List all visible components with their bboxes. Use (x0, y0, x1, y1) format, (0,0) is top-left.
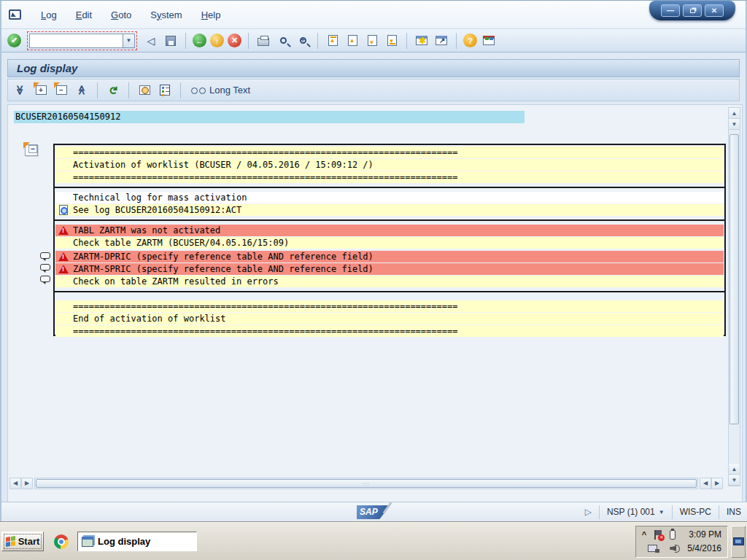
messages-icon[interactable] (136, 82, 152, 98)
exit-icon[interactable]: ↑ (210, 34, 224, 47)
close-button[interactable]: ✕ (705, 4, 724, 17)
enter-check-icon[interactable]: ✔ (7, 34, 21, 47)
scroll-up-icon[interactable]: ▲ (729, 464, 740, 475)
log-box: ========================================… (53, 144, 726, 336)
previous-page-icon[interactable]: ▲ (344, 33, 360, 49)
menu-help[interactable]: Help (192, 7, 231, 23)
help-icon[interactable]: ? (463, 34, 477, 47)
command-field: ▼ (29, 34, 135, 48)
minimize-button[interactable]: — (661, 4, 680, 17)
log-row[interactable]: Check table ZARTM (BCUSER/04.05.16/15:09… (55, 237, 724, 249)
desktop-monitor-icon (733, 537, 744, 545)
windows-logo-icon (6, 536, 15, 547)
section-divider (55, 187, 724, 188)
horizontal-scroll-track[interactable]: ::: (34, 478, 698, 489)
session-menu-icon[interactable] (9, 9, 21, 20)
log-row[interactable]: ZARTM-SPRIC (specify reference table AND… (55, 263, 724, 275)
log-row[interactable]: Activation of worklist (BCUSER / 04.05.2… (55, 159, 724, 171)
log-row[interactable]: ZARTM-DPRIC (specify reference table AND… (55, 251, 724, 262)
restore-button[interactable] (683, 4, 702, 17)
find-icon[interactable] (275, 33, 291, 49)
refresh-icon[interactable]: ↻ (105, 82, 121, 98)
back-icon[interactable]: ← (193, 34, 206, 47)
toolbar-separator (317, 33, 318, 49)
vertical-scrollbar[interactable]: ▲ ▼ ▲ ▼ (728, 107, 740, 486)
status-bar: SAP ▷ NSP (1) 001▼ WIS-PC INS (1, 502, 747, 522)
log-row[interactable]: ========================================… (55, 300, 724, 312)
hide-command-field-icon[interactable]: ◁ (143, 33, 159, 49)
see-log-icon[interactable] (55, 205, 71, 215)
toolbar-separator (248, 33, 249, 49)
menu-bar: Log Edit Goto System Help — ✕ (1, 1, 746, 28)
command-combo-dropdown-icon[interactable]: ▼ (123, 34, 135, 48)
start-button[interactable]: Start (1, 532, 44, 551)
log-row[interactable]: End of activation of worklist (55, 313, 724, 324)
expand-all-icon[interactable]: ≫ (12, 82, 28, 98)
long-text-button[interactable]: Long Text (188, 83, 253, 97)
status-expand-button[interactable]: ▷ (578, 505, 599, 519)
note-bubble-icon[interactable] (40, 264, 50, 271)
next-page-icon[interactable]: ▼ (364, 33, 380, 49)
collapse-subtree-icon[interactable]: − (53, 82, 69, 98)
collapse-node-icon[interactable] (25, 144, 38, 156)
action-center-flag-icon[interactable] (654, 530, 662, 540)
scroll-up-icon[interactable]: ▲ (729, 108, 740, 119)
customize-layout-icon[interactable] (481, 33, 497, 49)
host-field: WIS-PC (672, 505, 719, 519)
long-text-label: Long Text (209, 85, 250, 96)
find-next-icon[interactable] (295, 33, 311, 49)
scroll-down-icon[interactable]: ▼ (729, 119, 740, 130)
speaker-icon[interactable] (670, 544, 680, 553)
sap-gui-window: Log Edit Goto System Help — ✕ ✔ ▼ ◁ ← ↑ … (0, 0, 747, 522)
cancel-icon[interactable]: ✕ (228, 34, 241, 47)
log-row[interactable]: Technical log for mass activation (55, 192, 724, 203)
log-row[interactable]: Check on table ZARTM resulted in errors (55, 276, 724, 287)
toolbar-separator (456, 33, 457, 49)
chevron-down-icon: ▼ (659, 509, 665, 516)
log-row[interactable]: TABL ZARTM was not activated (55, 225, 724, 236)
vertical-scroll-thumb[interactable] (729, 134, 739, 424)
log-selected-header[interactable]: BCUSER20160504150912 (14, 111, 525, 123)
standard-toolbar: ✔ ▼ ◁ ← ↑ ✕ ▲ ▲ ▼ ▼ ✱ ↗ ? (1, 28, 746, 52)
collapse-all-icon[interactable]: ≫ (74, 82, 90, 98)
menu-edit[interactable]: Edit (66, 7, 101, 23)
legend-icon[interactable] (157, 82, 173, 98)
save-icon[interactable] (163, 33, 179, 49)
create-shortcut-icon[interactable]: ↗ (433, 33, 449, 49)
note-bubble-icon[interactable] (40, 252, 50, 259)
system-field[interactable]: NSP (1) 001▼ (599, 505, 672, 519)
menu-goto[interactable]: Goto (101, 7, 141, 23)
scroll-down-icon[interactable]: ▼ (729, 475, 740, 486)
log-row[interactable]: ========================================… (55, 171, 724, 183)
log-row[interactable]: See log BCUSER20160504150912:ACT (55, 204, 724, 216)
last-page-icon[interactable]: ▼ (384, 33, 400, 49)
horizontal-scrollbar[interactable]: ◀ ▶ ::: ◀ ▶ (9, 477, 723, 489)
first-page-icon[interactable]: ▲ (325, 33, 341, 49)
tray-expand-icon[interactable]: ^ (642, 530, 646, 539)
insert-mode-field: INS (719, 505, 747, 519)
new-session-icon[interactable]: ✱ (414, 33, 430, 49)
log-row[interactable]: ========================================… (55, 147, 724, 158)
scroll-right-icon[interactable]: ▶ (711, 478, 723, 489)
note-bubble-icon[interactable] (40, 276, 50, 282)
taskbar-task-log-display[interactable]: Log display (77, 532, 197, 551)
command-input[interactable] (29, 34, 123, 48)
scroll-left-icon[interactable]: ◀ (700, 478, 711, 489)
horizontal-scroll-thumb[interactable]: ::: (36, 479, 697, 488)
system-tray: ^ 3:09 PM 5/4/2016 (635, 526, 728, 558)
tray-time[interactable]: 3:09 PM (687, 529, 721, 540)
tray-date[interactable]: 5/4/2016 (687, 543, 721, 553)
show-desktop-button[interactable] (731, 526, 746, 558)
application-toolbar: ≫ + − ≫ ↻ Long Text (7, 79, 740, 101)
chrome-icon[interactable] (54, 534, 69, 549)
scroll-left-icon[interactable]: ◀ (9, 478, 21, 489)
menu-log[interactable]: Log (31, 7, 66, 23)
network-icon[interactable] (648, 545, 657, 552)
print-icon[interactable] (255, 33, 271, 49)
expand-subtree-icon[interactable]: + (33, 82, 49, 98)
log-content-area: BCUSER20160504150912 ===================… (7, 104, 743, 502)
battery-icon[interactable] (670, 530, 676, 540)
scroll-right-icon[interactable]: ▶ (21, 478, 33, 489)
log-row[interactable]: ========================================… (55, 325, 724, 337)
menu-system[interactable]: System (141, 7, 191, 23)
